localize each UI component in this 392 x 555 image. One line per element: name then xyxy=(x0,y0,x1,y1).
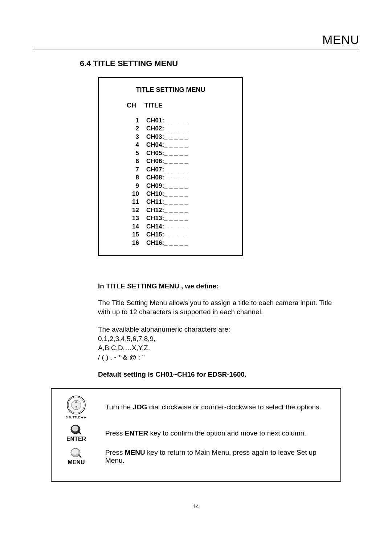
svg-point-3 xyxy=(75,406,77,408)
svg-point-7 xyxy=(72,449,78,455)
paragraph-intro: The Title Setting Menu allows you to ass… xyxy=(98,298,338,317)
table-row: 2CH02:_ _ _ _ _ xyxy=(127,125,236,133)
menu-label: MENU xyxy=(58,459,94,466)
enter-label: ENTER xyxy=(58,436,94,442)
instruction-menu: MENU Press MENU key to return to Main Me… xyxy=(58,447,334,466)
define-heading: In TITLE SETTING MENU , we define: xyxy=(98,281,338,291)
svg-point-5 xyxy=(72,426,78,432)
section-title: 6.4 TITLE SETTING MENU xyxy=(80,59,359,68)
instruction-jog-text: Turn the JOG dial clockwise or counter-c… xyxy=(94,403,334,411)
instruction-jog: SHUTTLE◄► Turn the JOG dial clockwise or… xyxy=(58,395,334,419)
table-row: 11CH11:_ _ _ _ _ xyxy=(127,198,236,206)
paragraph-chars: The available alphanumeric characters ar… xyxy=(98,325,338,362)
table-row: 3CH03:_ _ _ _ _ xyxy=(127,133,236,141)
menu-box-title: TITLE SETTING MENU xyxy=(106,86,236,94)
jog-dial-icon xyxy=(58,395,94,415)
table-row: 10CH10:_ _ _ _ _ xyxy=(127,190,236,198)
enter-button-icon xyxy=(58,424,94,435)
table-row: 8CH08:_ _ _ _ _ xyxy=(127,174,236,182)
table-row: 13CH13:_ _ _ _ _ xyxy=(127,214,236,222)
table-row: 9CH09:_ _ _ _ _ xyxy=(127,182,236,190)
page-header: MENU xyxy=(33,33,359,50)
page-number: 14 xyxy=(33,503,359,509)
instruction-enter: ENTER Press ENTER key to confirm the opt… xyxy=(58,424,334,442)
table-row: 12CH12:_ _ _ _ _ xyxy=(127,206,236,214)
jog-sub-label: SHUTTLE◄► xyxy=(58,416,94,419)
table-row: 16CH16:_ _ _ _ _ xyxy=(127,239,236,247)
table-row: 1CH01:_ _ _ _ _ xyxy=(127,117,236,125)
col-title: TITLE xyxy=(144,102,163,109)
table-row: 5CH05:_ _ _ _ _ xyxy=(127,149,236,157)
table-row: 14CH14:_ _ _ _ _ xyxy=(127,223,236,231)
table-row: 4CH04:_ _ _ _ _ xyxy=(127,141,236,149)
table-row: 7CH07:_ _ _ _ _ xyxy=(127,166,236,174)
col-ch: CH xyxy=(127,102,143,109)
menu-box-column-header: CH TITLE xyxy=(127,102,236,109)
table-row: 6CH06:_ _ _ _ _ xyxy=(127,157,236,165)
menu-button-icon xyxy=(58,447,94,458)
title-setting-menu-box: TITLE SETTING MENU CH TITLE 1CH01:_ _ _ … xyxy=(98,77,243,256)
default-setting: Default setting is CH01~CH16 for EDSR-16… xyxy=(98,370,338,379)
instruction-menu-text: Press MENU key to return to Main Menu, p… xyxy=(94,449,334,465)
table-row: 15CH15:_ _ _ _ _ xyxy=(127,231,236,239)
instruction-box: SHUTTLE◄► Turn the JOG dial clockwise or… xyxy=(51,388,341,482)
instruction-enter-text: Press ENTER key to confirm the option an… xyxy=(94,429,334,437)
